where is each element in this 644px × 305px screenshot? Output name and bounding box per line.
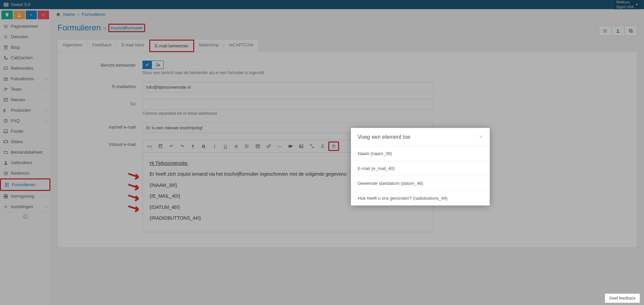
modal-item[interactable]: Gewenste startdatum (datum_46) [351,176,490,191]
modal-close-button[interactable]: × [479,133,483,141]
modal-item[interactable]: E-mail (e_mail_40) [351,161,490,176]
feedback-button[interactable]: Geef feedback [605,293,640,303]
modal-overlay [0,0,644,305]
modal-item[interactable]: Naam (naam_39) [351,146,490,161]
modal-list: Naam (naam_39) E-mail (e_mail_40) Gewens… [351,146,490,205]
modal-title: Voeg een element toe [358,134,410,140]
modal-item[interactable]: Hoe heeft u ons gevonden? (radiobuttons_… [351,191,490,205]
insert-element-modal: Voeg een element toe × Naam (naam_39) E-… [351,128,490,205]
